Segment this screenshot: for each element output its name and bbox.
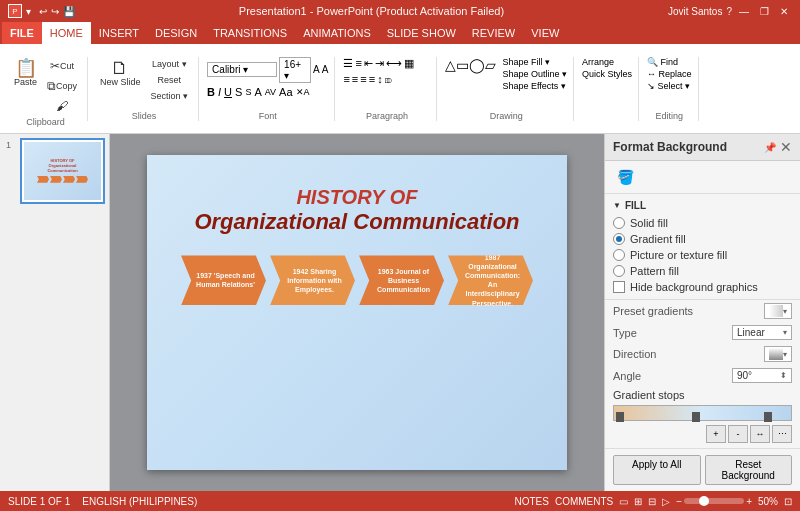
type-select[interactable]: Linear ▾	[732, 325, 792, 340]
canvas-area[interactable]: HISTORY OF Organizational Communication …	[110, 134, 604, 491]
zoom-in-button[interactable]: +	[746, 496, 752, 507]
smart-art-button[interactable]: ⎄	[385, 73, 392, 85]
view-reading-icon[interactable]: ⊟	[648, 496, 656, 507]
slide-thumbnail[interactable]: HISTORY OFOrganizationalCommunication	[20, 138, 105, 204]
pin-button[interactable]: 📌	[764, 142, 776, 153]
slide-heading1: HISTORY OF	[296, 185, 417, 209]
replace-button[interactable]: ↔ Replace	[647, 69, 692, 79]
gradient-stop-1[interactable]	[616, 412, 624, 422]
reset-background-button[interactable]: Reset Background	[705, 455, 793, 485]
remove-stop-button[interactable]: -	[728, 425, 748, 443]
case-button[interactable]: Aa	[279, 86, 292, 98]
radio-picture-fill[interactable]: Picture or texture fill	[613, 249, 792, 261]
clear-format-button[interactable]: ✕A	[296, 87, 310, 97]
gradient-stop-2[interactable]	[692, 412, 700, 422]
radio-gradient-circle	[613, 233, 625, 245]
paste-button[interactable]: 📋 Paste	[10, 57, 41, 89]
view-slide-icon[interactable]: ⊞	[634, 496, 642, 507]
reset-button[interactable]: Reset	[147, 73, 193, 87]
slide-canvas[interactable]: HISTORY OF Organizational Communication …	[147, 155, 567, 470]
quick-styles-button[interactable]: Quick Styles	[582, 69, 632, 79]
increase-font-button[interactable]: A	[313, 64, 320, 75]
align-right-button[interactable]: ≡	[360, 73, 366, 85]
radio-solid-fill[interactable]: Solid fill	[613, 217, 792, 229]
reverse-stops-button[interactable]: ↔	[750, 425, 770, 443]
align-left-button[interactable]: ≡	[343, 73, 349, 85]
cut-button[interactable]: ✂Cut	[43, 57, 81, 75]
arrow-4[interactable]: 1987 Organizational Communication: An In…	[448, 255, 533, 305]
zoom-slider[interactable]	[684, 498, 744, 504]
gradient-stop-3[interactable]	[764, 412, 772, 422]
format-painter-button[interactable]: 🖌	[43, 97, 81, 115]
minimize-button[interactable]: —	[736, 4, 752, 18]
section-button[interactable]: Section ▾	[147, 89, 193, 103]
menu-transitions[interactable]: TRANSITIONS	[205, 22, 295, 44]
more-options-button[interactable]: ⋯	[772, 425, 792, 443]
select-button[interactable]: ↘ Select ▾	[647, 81, 692, 91]
columns-button[interactable]: ▦	[404, 57, 414, 70]
ribbon-group-drawing: △▭◯▱ Shape Fill ▾ Shape Outline ▾ Shape …	[439, 57, 574, 121]
arrow-2[interactable]: 1942 Sharing Information with Employees.	[270, 255, 355, 305]
align-center-button[interactable]: ≡	[352, 73, 358, 85]
layout-button[interactable]: Layout ▾	[147, 57, 193, 71]
justify-button[interactable]: ≡	[369, 73, 375, 85]
line-spacing-button[interactable]: ↕	[377, 73, 383, 85]
arrow-1[interactable]: 1937 'Speech and Human Relations'	[181, 255, 266, 305]
new-slide-button[interactable]: 🗋 New Slide	[96, 57, 145, 89]
menu-insert[interactable]: INSERT	[91, 22, 147, 44]
restore-button[interactable]: ❐	[756, 4, 772, 18]
fill-icon-button[interactable]: 🪣	[613, 165, 637, 189]
zoom-out-button[interactable]: −	[676, 496, 682, 507]
increase-indent-button[interactable]: ⇥	[375, 57, 384, 70]
shadow-button[interactable]: S	[245, 87, 251, 97]
direction-select[interactable]: ▾	[764, 346, 792, 362]
shape-outline-button[interactable]: Shape Outline ▾	[502, 69, 567, 79]
underline-button[interactable]: U	[224, 86, 232, 98]
angle-input[interactable]: 90° ⬍	[732, 368, 792, 383]
section-arrow-icon: ▼	[613, 201, 621, 210]
menu-review[interactable]: REVIEW	[464, 22, 523, 44]
arrow-3[interactable]: 1963 Journal of Business Communication	[359, 255, 444, 305]
find-button[interactable]: 🔍 Find	[647, 57, 692, 67]
font-family-select[interactable]: Calibri ▾	[207, 62, 277, 77]
menu-design[interactable]: DESIGN	[147, 22, 205, 44]
hide-background-checkbox[interactable]: Hide background graphics	[613, 281, 792, 293]
direction-button[interactable]: ⟷	[386, 57, 402, 70]
apply-to-all-button[interactable]: Apply to All	[613, 455, 701, 485]
shape-fill-button[interactable]: Shape Fill ▾	[502, 57, 567, 67]
arrange-button[interactable]: Arrange	[582, 57, 632, 67]
strikethrough-button[interactable]: S	[235, 86, 242, 98]
decrease-indent-button[interactable]: ⇤	[364, 57, 373, 70]
decrease-font-button[interactable]: A	[322, 64, 329, 75]
preset-gradient-select[interactable]: ▾	[764, 303, 792, 319]
menu-animations[interactable]: ANIMATIONS	[295, 22, 379, 44]
menu-slideshow[interactable]: SLIDE SHOW	[379, 22, 464, 44]
bullets-button[interactable]: ☰	[343, 57, 353, 70]
menu-home[interactable]: HOME	[42, 22, 91, 44]
fit-page-button[interactable]: ⊡	[784, 496, 792, 507]
view-slideshow-icon[interactable]: ▷	[662, 496, 670, 507]
copy-icon: ⧉	[47, 79, 56, 93]
copy-button[interactable]: ⧉Copy	[43, 77, 81, 95]
radio-pattern-circle	[613, 265, 625, 277]
menu-file[interactable]: FILE	[2, 22, 42, 44]
close-panel-button[interactable]: ✕	[780, 140, 792, 154]
shape-effects-button[interactable]: Shape Effects ▾	[502, 81, 567, 91]
view-normal-icon[interactable]: ▭	[619, 496, 628, 507]
char-spacing-button[interactable]: AV	[265, 87, 276, 97]
comments-button[interactable]: COMMENTS	[555, 496, 613, 507]
font-size-input[interactable]: 16+ ▾	[279, 57, 311, 83]
italic-button[interactable]: I	[218, 86, 221, 98]
numbering-button[interactable]: ≡	[355, 57, 361, 70]
shapes-button[interactable]: △▭◯▱	[445, 57, 496, 73]
notes-button[interactable]: NOTES	[515, 496, 549, 507]
menu-view[interactable]: VIEW	[523, 22, 567, 44]
gradient-bar-container[interactable]	[613, 405, 792, 421]
radio-pattern-fill[interactable]: Pattern fill	[613, 265, 792, 277]
bold-button[interactable]: B	[207, 86, 215, 98]
format-scroll-area[interactable]: ▼ FILL Solid fill Gradient fill Picture …	[605, 194, 800, 448]
radio-gradient-fill[interactable]: Gradient fill	[613, 233, 792, 245]
add-stop-button[interactable]: +	[706, 425, 726, 443]
close-button[interactable]: ✕	[776, 4, 792, 18]
font-color-button[interactable]: A	[254, 86, 261, 98]
